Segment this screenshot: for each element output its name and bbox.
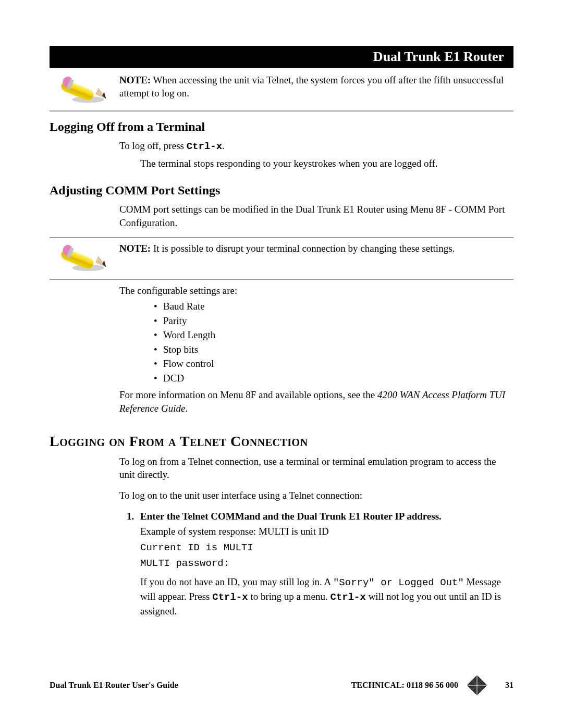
divider xyxy=(50,279,513,280)
note-body: When accessing the unit via Telnet, the … xyxy=(119,75,504,98)
text: . xyxy=(185,403,188,414)
cmd-ctrl-x: Ctrl-x xyxy=(330,591,365,603)
text: To log off, press xyxy=(119,140,187,151)
code-line: MULTI password: xyxy=(140,557,513,571)
note-label: NOTE: xyxy=(119,75,151,85)
comm-para: COMM port settings can be modified in th… xyxy=(119,203,513,229)
note-body: It is possible to disrupt your terminal … xyxy=(151,243,455,254)
list-item: Flow control xyxy=(154,356,513,371)
heading-logging-off: Logging Off from a Terminal xyxy=(50,120,513,134)
page-number: 31 xyxy=(505,681,513,690)
step-title-row: 1.Enter the Telnet COMMand and the Dual … xyxy=(140,510,513,523)
text: For more information on Menu 8F and avai… xyxy=(119,389,377,400)
page: Dual Trunk E1 Router xyxy=(0,0,563,728)
cmd-ctrl-x: Ctrl-x xyxy=(212,591,248,603)
text: . xyxy=(222,140,225,151)
list-item: Parity xyxy=(154,314,513,328)
header-title: Dual Trunk E1 Router xyxy=(373,49,504,65)
code-inline: "Sorry" or Logged Out" xyxy=(333,577,464,588)
more-info: For more information on Menu 8F and avai… xyxy=(119,388,513,415)
text: to bring up a menu. xyxy=(248,591,331,602)
step-number: 1. xyxy=(127,510,140,523)
list-item: Word Length xyxy=(154,328,513,342)
step-1: 1.Enter the Telnet COMMand and the Dual … xyxy=(140,510,513,618)
text: TECHNICAL: xyxy=(351,681,405,689)
telnet-para1: To log on from a Telnet connection, use … xyxy=(119,455,513,482)
divider xyxy=(50,237,513,238)
pencil-icon xyxy=(50,242,119,274)
footer-doc-title: Dual Trunk E1 Router User's Guide xyxy=(50,681,351,690)
footer-right: TECHNICAL: 0118 96 56 000 31 xyxy=(351,674,513,697)
logoff-line2: The terminal stops responding to your ke… xyxy=(140,157,513,170)
text: If you do not have an ID, you may still … xyxy=(140,576,333,587)
settings-list: Baud Rate Parity Word Length Stop bits F… xyxy=(154,299,513,385)
list-item: Baud Rate xyxy=(154,299,513,314)
note-telnet-lockout: NOTE: When accessing the unit via Telnet… xyxy=(50,74,513,105)
list-item: Stop bits xyxy=(154,342,513,357)
diamond-logo-icon xyxy=(466,674,488,697)
note-disrupt-connection: NOTE: It is possible to disrupt your ter… xyxy=(50,242,513,274)
logoff-line1: To log off, press Ctrl-x. xyxy=(119,139,513,154)
note-label: NOTE: xyxy=(119,243,151,254)
note-text: NOTE: It is possible to disrupt your ter… xyxy=(119,242,513,255)
cmd-ctrl-x: Ctrl-x xyxy=(187,141,222,152)
divider xyxy=(50,110,513,112)
page-footer: Dual Trunk E1 Router User's Guide TECHNI… xyxy=(50,674,513,697)
heading-telnet: Logging on From a Telnet Connection xyxy=(50,433,513,450)
list-item: DCD xyxy=(154,371,513,386)
configurable-intro: The configurable settings are: xyxy=(119,284,513,298)
text: 0118 96 56 000 xyxy=(405,681,458,689)
step-tail: If you do not have an ID, you may still … xyxy=(140,575,513,618)
step-example: Example of system response: MULTI is uni… xyxy=(140,525,513,538)
heading-comm-port: Adjusting COMM Port Settings xyxy=(50,183,513,198)
step-title: Enter the Telnet COMMand and the Dual Tr… xyxy=(140,511,442,522)
telnet-para2: To log on to the unit user interface usi… xyxy=(119,489,513,502)
footer-technical: TECHNICAL: 0118 96 56 000 xyxy=(351,681,458,690)
code-line: Current ID is MULTI xyxy=(140,541,513,555)
header-bar: Dual Trunk E1 Router xyxy=(50,46,513,68)
pencil-icon xyxy=(50,74,119,105)
note-text: NOTE: When accessing the unit via Telnet… xyxy=(119,74,513,100)
